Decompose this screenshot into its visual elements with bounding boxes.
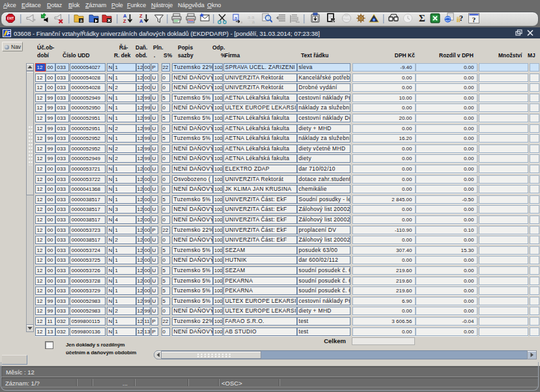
svg-text:a: a — [234, 16, 237, 20]
svg-text:a: a — [252, 20, 255, 24]
svg-text:EXIT: EXIT — [7, 17, 14, 20]
svg-text:a: a — [80, 18, 83, 23]
svg-text:a: a — [241, 20, 243, 24]
svg-text:A: A — [139, 18, 143, 24]
svg-text:Z: Z — [123, 18, 126, 24]
svg-text:?: ? — [459, 14, 463, 23]
svg-text:a: a — [248, 14, 251, 20]
svg-text:?: ? — [472, 16, 476, 23]
svg-text:Σ: Σ — [419, 13, 425, 23]
